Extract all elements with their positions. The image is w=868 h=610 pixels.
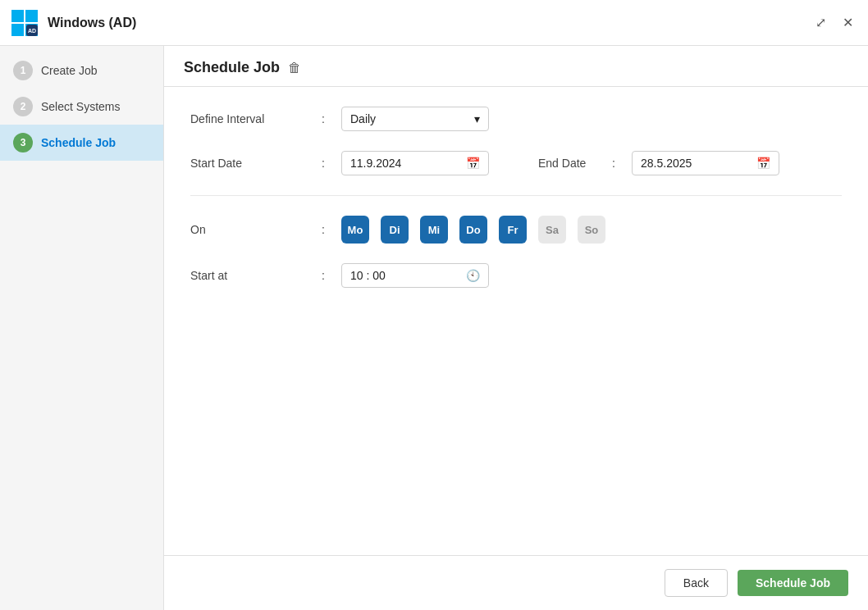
sidebar-item-schedule-job[interactable]: 3 Schedule Job xyxy=(0,125,163,161)
footer-bar: Back Schedule Job xyxy=(164,555,868,610)
app-title: Windows (AD) xyxy=(48,16,811,30)
day-button-mo[interactable]: Mo xyxy=(341,216,369,244)
day-button-do[interactable]: Do xyxy=(459,216,487,244)
chevron-down-icon: ▾ xyxy=(474,112,480,125)
sidebar-item-label-create-job: Create Job xyxy=(41,64,97,77)
sidebar: 1 Create Job 2 Select Systems 3 Schedule… xyxy=(0,46,164,610)
start-at-input[interactable]: 10 : 00 🕙 xyxy=(341,263,489,288)
title-bar: AD Windows (AD) ⤢ ✕ xyxy=(0,0,868,46)
title-bar-controls: ⤢ ✕ xyxy=(811,13,858,32)
day-button-sa[interactable]: Sa xyxy=(538,216,566,244)
windows-logo: AD xyxy=(10,8,39,38)
svg-rect-0 xyxy=(11,10,24,22)
step-2-circle: 2 xyxy=(13,97,33,116)
form-area: Define Interval : Daily ▾ Start Date : 1… xyxy=(164,87,868,555)
end-date-calendar-icon: 📅 xyxy=(756,157,770,170)
day-button-so[interactable]: So xyxy=(578,216,605,244)
svg-rect-2 xyxy=(11,24,24,36)
delete-icon[interactable]: 🗑 xyxy=(288,61,301,75)
interval-value: Daily xyxy=(350,112,376,125)
start-date-input[interactable]: 11.9.2024 📅 xyxy=(341,151,489,175)
day-button-di[interactable]: Di xyxy=(381,216,409,244)
step-1-circle: 1 xyxy=(13,61,33,80)
divider xyxy=(190,195,842,196)
clock-icon: 🕙 xyxy=(466,269,480,282)
start-at-label: Start at xyxy=(190,269,322,282)
end-date-section: End Date : 28.5.2025 📅 xyxy=(538,151,779,175)
on-colon: : xyxy=(322,223,341,236)
on-label: On xyxy=(190,223,322,236)
content-header: Schedule Job 🗑 xyxy=(164,46,868,87)
step-3-circle: 3 xyxy=(13,133,33,152)
date-row: Start Date : 11.9.2024 📅 End Date : 28.5… xyxy=(190,151,842,175)
interval-select[interactable]: Daily ▾ xyxy=(341,107,489,131)
start-date-calendar-icon: 📅 xyxy=(466,157,480,170)
schedule-job-button[interactable]: Schedule Job xyxy=(738,570,848,596)
days-buttons: MoDiMiDoFrSaSo xyxy=(341,216,610,244)
define-interval-label: Define Interval xyxy=(190,112,322,125)
define-interval-control: Daily ▾ xyxy=(341,107,489,131)
sidebar-item-create-job[interactable]: 1 Create Job xyxy=(0,52,163,89)
app-window: AD Windows (AD) ⤢ ✕ 1 Create Job 2 Selec… xyxy=(0,0,868,610)
content-area: Schedule Job 🗑 Define Interval : Daily ▾ xyxy=(164,46,868,610)
main-content: 1 Create Job 2 Select Systems 3 Schedule… xyxy=(0,46,868,610)
start-at-value: 10 : 00 xyxy=(350,269,386,282)
sidebar-item-select-systems[interactable]: 2 Select Systems xyxy=(0,89,163,125)
end-date-label: End Date xyxy=(538,157,612,170)
day-button-fr[interactable]: Fr xyxy=(499,216,527,244)
back-button[interactable]: Back xyxy=(665,569,728,597)
close-icon[interactable]: ✕ xyxy=(838,13,858,32)
page-title: Schedule Job xyxy=(184,59,280,76)
end-date-colon: : xyxy=(612,157,632,170)
day-button-mi[interactable]: Mi xyxy=(420,216,448,244)
sidebar-item-label-select-systems: Select Systems xyxy=(41,100,120,113)
end-date-input[interactable]: 28.5.2025 📅 xyxy=(632,151,779,175)
expand-icon[interactable]: ⤢ xyxy=(811,13,831,32)
end-date-value: 28.5.2025 xyxy=(641,157,692,170)
start-date-colon: : xyxy=(322,157,341,170)
define-interval-colon: : xyxy=(322,112,341,125)
on-row: On : MoDiMiDoFrSaSo xyxy=(190,216,842,244)
define-interval-row: Define Interval : Daily ▾ xyxy=(190,107,842,131)
start-at-row: Start at : 10 : 00 🕙 xyxy=(190,263,842,288)
start-at-colon: : xyxy=(322,269,341,282)
start-date-label: Start Date xyxy=(190,157,322,170)
start-date-value: 11.9.2024 xyxy=(350,157,401,170)
svg-text:AD: AD xyxy=(28,28,36,34)
svg-rect-1 xyxy=(25,10,38,22)
sidebar-item-label-schedule-job: Schedule Job xyxy=(41,136,116,149)
